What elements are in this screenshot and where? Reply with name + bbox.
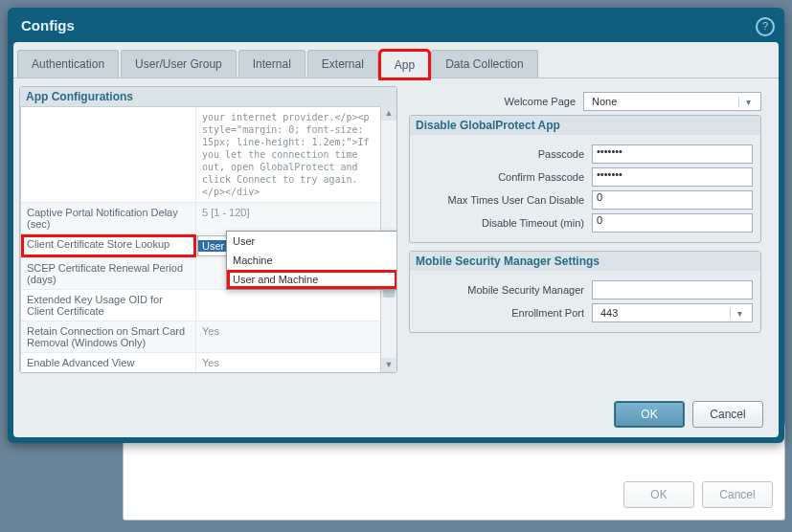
disable-globalprotect-fieldset: Disable GlobalProtect App Passcode••••••… bbox=[409, 115, 761, 243]
dialog-button-bar: OK Cancel bbox=[614, 401, 763, 428]
scroll-down-arrow-icon[interactable]: ▼ bbox=[381, 358, 396, 372]
tab-external[interactable]: External bbox=[307, 50, 378, 78]
outer-ok-button: OK bbox=[623, 481, 694, 508]
outer-button-bar: OK Cancel bbox=[623, 481, 773, 508]
tab-app[interactable]: App bbox=[380, 51, 429, 78]
ok-button[interactable]: OK bbox=[614, 401, 685, 428]
max-times-label: Max Times User Can Disable bbox=[418, 194, 592, 206]
chevron-down-icon[interactable]: ▾ bbox=[730, 308, 748, 319]
enrollment-port-label: Enrollment Port bbox=[418, 307, 592, 319]
disable-globalprotect-title: Disable GlobalProtect App bbox=[410, 116, 760, 135]
app-config-grid: your internet provider.</p><p style="mar… bbox=[20, 106, 396, 372]
cancel-button[interactable]: Cancel bbox=[692, 401, 763, 428]
dialog-body: Authentication User/User Group Internal … bbox=[13, 42, 779, 437]
welcome-page-select[interactable]: None ▾ bbox=[583, 92, 761, 111]
enrollment-port-select[interactable]: 443 ▾ bbox=[592, 303, 753, 322]
max-times-input[interactable]: 0 bbox=[592, 190, 753, 210]
confirm-passcode-label: Confirm Passcode bbox=[418, 171, 592, 183]
dropdown-option-user[interactable]: User bbox=[227, 232, 396, 251]
enrollment-port-value: 443 bbox=[597, 307, 730, 319]
tab-data-collection[interactable]: Data Collection bbox=[431, 50, 537, 78]
welcome-page-value: None bbox=[588, 96, 738, 107]
config-row-value[interactable]: Yes bbox=[196, 321, 380, 352]
scroll-up-arrow-icon[interactable]: ▲ bbox=[381, 106, 396, 121]
tab-authentication[interactable]: Authentication bbox=[17, 50, 119, 78]
tab-user-group[interactable]: User/User Group bbox=[121, 50, 237, 78]
client-cert-store-lookup-dropdown[interactable]: User Machine User and Machine bbox=[226, 231, 396, 290]
right-panel: Welcome Page None ▾ Disable GlobalProtec… bbox=[405, 84, 773, 381]
config-row-value[interactable] bbox=[196, 290, 380, 321]
disable-timeout-input[interactable]: 0 bbox=[592, 213, 753, 233]
welcome-page-row: Welcome Page None ▾ bbox=[409, 92, 761, 111]
config-row-value[interactable]: Yes bbox=[196, 353, 380, 372]
dropdown-option-user-and-machine[interactable]: User and Machine bbox=[227, 270, 396, 289]
disable-timeout-label: Disable Timeout (min) bbox=[418, 217, 592, 229]
dialog-title: Configs bbox=[8, 8, 784, 43]
config-row-label: SCEP Certificate Renewal Period (days) bbox=[21, 258, 196, 289]
config-row-label: Extended Key Usage OID for Client Certif… bbox=[21, 290, 196, 321]
dropdown-option-machine[interactable]: Machine bbox=[227, 251, 396, 270]
msm-settings-title: Mobile Security Manager Settings bbox=[410, 252, 760, 271]
msm-label: Mobile Security Manager bbox=[418, 284, 592, 296]
config-row-label: Retain Connection on Smart Card Removal … bbox=[21, 321, 196, 352]
msm-settings-fieldset: Mobile Security Manager Settings Mobile … bbox=[409, 251, 761, 333]
help-icon[interactable]: ? bbox=[756, 17, 775, 36]
tab-internal[interactable]: Internal bbox=[238, 50, 305, 78]
config-row-value[interactable]: 5 [1 - 120] bbox=[196, 203, 380, 233]
passcode-label: Passcode bbox=[418, 148, 592, 160]
chevron-down-icon[interactable]: ▾ bbox=[738, 97, 757, 107]
app-configurations-title: App Configurations bbox=[20, 87, 396, 106]
config-row-label: Captive Portal Notification Delay (sec) bbox=[21, 203, 196, 233]
config-row-label bbox=[21, 107, 196, 202]
welcome-page-label: Welcome Page bbox=[409, 96, 583, 107]
configs-dialog: Configs ? Authentication User/User Group… bbox=[8, 8, 784, 443]
confirm-passcode-input[interactable]: ••••••• bbox=[592, 167, 753, 187]
app-configurations-fieldset: App Configurations your internet provide… bbox=[19, 86, 397, 373]
outer-cancel-button: Cancel bbox=[702, 481, 773, 508]
config-row-label: Enable Advanced View bbox=[21, 353, 196, 372]
client-cert-store-lookup-label: Client Certificate Store Lookup bbox=[21, 234, 196, 257]
msm-input[interactable] bbox=[592, 280, 753, 299]
passcode-input[interactable]: ••••••• bbox=[592, 144, 753, 164]
tab-strip: Authentication User/User Group Internal … bbox=[13, 42, 779, 78]
config-row-value[interactable]: your internet provider.</p><p style="mar… bbox=[196, 107, 380, 202]
